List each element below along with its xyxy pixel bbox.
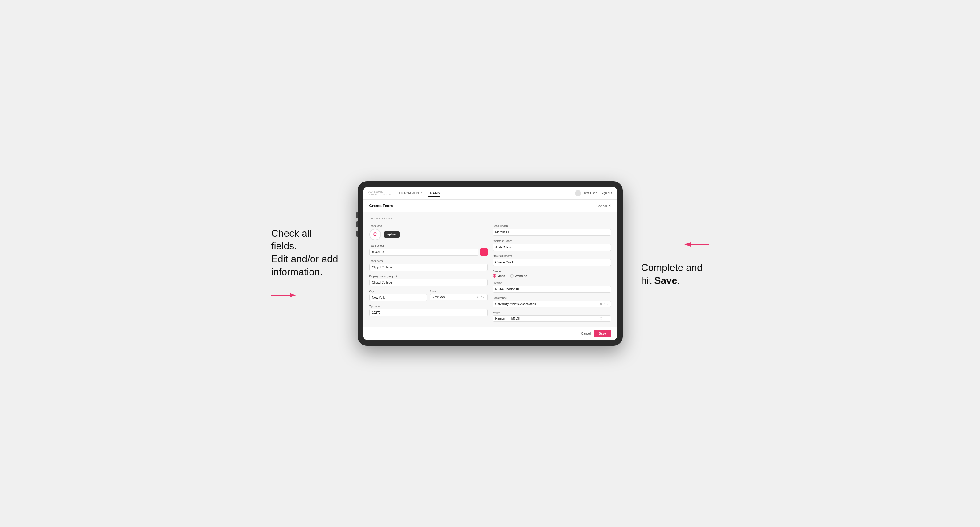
logo-circle: C <box>369 229 381 240</box>
athletic-director-field: Athletic Director <box>493 254 611 266</box>
nav-logo: SCOREBOARD Powered by clippd <box>368 191 391 195</box>
nav-signout-link[interactable]: Sign out <box>601 191 612 195</box>
modal-content: TEAM DETAILS Team logo C Upload <box>363 212 617 327</box>
instruction-line1: Check all fields. <box>271 227 339 253</box>
conference-value: University Athletic Association <box>495 302 598 306</box>
right-instructions: Complete and hit Save. <box>641 240 709 287</box>
conference-label: Conference <box>493 297 611 300</box>
color-field-wrapper <box>369 248 488 256</box>
zip-field: Zip code <box>369 305 488 316</box>
nav-tabs: TOURNAMENTS TEAMS <box>397 190 575 197</box>
team-colour-field: Team colour <box>369 244 488 256</box>
side-button-mid <box>356 221 358 227</box>
conference-arrows-icon: ⌃⌄ <box>604 303 608 305</box>
conference-tag-input[interactable]: University Athletic Association ✕ ⌃⌄ <box>493 301 611 307</box>
assistant-coach-field: Assistant Coach <box>493 240 611 251</box>
footer-save-button[interactable]: Save <box>594 330 611 337</box>
display-name-field: Display name (unique) <box>369 275 488 286</box>
tablet-frame: SCOREBOARD Powered by clippd TOURNAMENTS… <box>358 181 623 346</box>
modal-header: Create Team Cancel ✕ <box>363 200 617 212</box>
modal-cancel-button[interactable]: Cancel ✕ <box>596 204 611 208</box>
zip-input[interactable] <box>369 309 488 316</box>
city-label: City <box>369 290 427 293</box>
division-field: Division NCAA Division III ⌄ <box>493 281 611 293</box>
nav-tab-teams[interactable]: TEAMS <box>428 190 440 197</box>
division-select[interactable]: NCAA Division III <box>493 286 611 293</box>
city-state-row: City State New York ✕ ⌃⌄ <box>369 290 488 301</box>
city-field: City <box>369 290 427 301</box>
nav-user-label: Test User | <box>584 191 598 195</box>
team-colour-input[interactable] <box>369 249 479 256</box>
modal-title: Create Team <box>369 203 393 208</box>
state-value: New York <box>433 295 474 299</box>
nav-tab-tournaments[interactable]: TOURNAMENTS <box>397 190 423 197</box>
logo-area: C Upload <box>369 229 488 240</box>
right-instruction-line2: hit Save. <box>641 274 709 287</box>
nav-user-area: Test User | Sign out <box>575 190 612 196</box>
gender-womens-option[interactable]: Womens <box>510 274 527 278</box>
instruction-line3: information. <box>271 266 339 279</box>
assistant-coach-input[interactable] <box>493 244 611 251</box>
form-left: Team logo C Upload Team colour <box>369 224 488 322</box>
footer-cancel-button[interactable]: Cancel <box>581 332 591 335</box>
side-button-top <box>356 212 358 218</box>
state-tag-input[interactable]: New York ✕ ⌃⌄ <box>430 294 488 300</box>
gender-field: Gender Mens Womens <box>493 270 611 278</box>
region-field: Region Region II - (M) DIII ✕ ⌃⌄ <box>493 311 611 322</box>
region-label: Region <box>493 311 611 314</box>
city-input[interactable] <box>369 294 427 301</box>
modal-footer: Cancel Save <box>363 327 617 340</box>
region-tag-input[interactable]: Region II - (M) DIII ✕ ⌃⌄ <box>493 315 611 322</box>
team-colour-label: Team colour <box>369 244 488 247</box>
navbar: SCOREBOARD Powered by clippd TOURNAMENTS… <box>363 187 617 200</box>
state-label: State <box>430 290 488 293</box>
conference-clear-icon[interactable]: ✕ <box>600 302 602 306</box>
state-clear-icon[interactable]: ✕ <box>476 295 479 299</box>
instruction-line2: Edit and/or add <box>271 253 339 266</box>
team-logo-field: Team logo C Upload <box>369 224 488 240</box>
conference-field: Conference University Athletic Associati… <box>493 297 611 307</box>
svg-marker-1 <box>290 293 296 297</box>
form-right: Head Coach Assistant Coach Athletic Dire… <box>493 224 611 322</box>
athletic-director-input[interactable] <box>493 259 611 266</box>
team-name-field: Team name <box>369 259 488 271</box>
athletic-director-label: Athletic Director <box>493 254 611 258</box>
gender-mens-option[interactable]: Mens <box>493 274 505 278</box>
assistant-coach-label: Assistant Coach <box>493 240 611 243</box>
region-value: Region II - (M) DIII <box>495 317 598 320</box>
team-logo-label: Team logo <box>369 224 488 227</box>
city-state-group: City State New York ✕ ⌃⌄ <box>369 290 488 301</box>
display-name-input[interactable] <box>369 279 488 286</box>
tablet-screen: SCOREBOARD Powered by clippd TOURNAMENTS… <box>363 187 617 340</box>
womens-radio-dot[interactable] <box>510 274 514 278</box>
form-grid: Team logo C Upload Team colour <box>369 224 611 322</box>
mens-radio-dot[interactable] <box>493 274 496 278</box>
right-instruction-line1: Complete and <box>641 261 709 274</box>
division-select-wrapper: NCAA Division III ⌄ <box>493 286 611 293</box>
gender-options: Mens Womens <box>493 274 611 278</box>
team-name-label: Team name <box>369 259 488 263</box>
gender-label: Gender <box>493 270 611 273</box>
division-label: Division <box>493 281 611 284</box>
section-label: TEAM DETAILS <box>369 217 611 220</box>
state-arrows-icon: ⌃⌄ <box>480 296 485 298</box>
side-button-bot <box>356 230 358 237</box>
close-icon: ✕ <box>608 204 611 208</box>
head-coach-label: Head Coach <box>493 224 611 227</box>
zip-label: Zip code <box>369 305 488 308</box>
region-arrows-icon: ⌃⌄ <box>604 317 608 320</box>
head-coach-field: Head Coach <box>493 224 611 236</box>
team-name-input[interactable] <box>369 264 488 271</box>
display-name-label: Display name (unique) <box>369 275 488 278</box>
state-field: State New York ✕ ⌃⌄ <box>430 290 488 301</box>
upload-button[interactable]: Upload <box>384 232 400 238</box>
right-arrow-icon <box>684 240 709 249</box>
left-instructions: Check all fields. Edit and/or add inform… <box>271 227 339 300</box>
region-clear-icon[interactable]: ✕ <box>600 317 602 320</box>
nav-avatar <box>575 190 581 196</box>
left-arrow-icon <box>271 290 296 300</box>
color-swatch[interactable] <box>480 248 488 256</box>
head-coach-input[interactable] <box>493 229 611 236</box>
